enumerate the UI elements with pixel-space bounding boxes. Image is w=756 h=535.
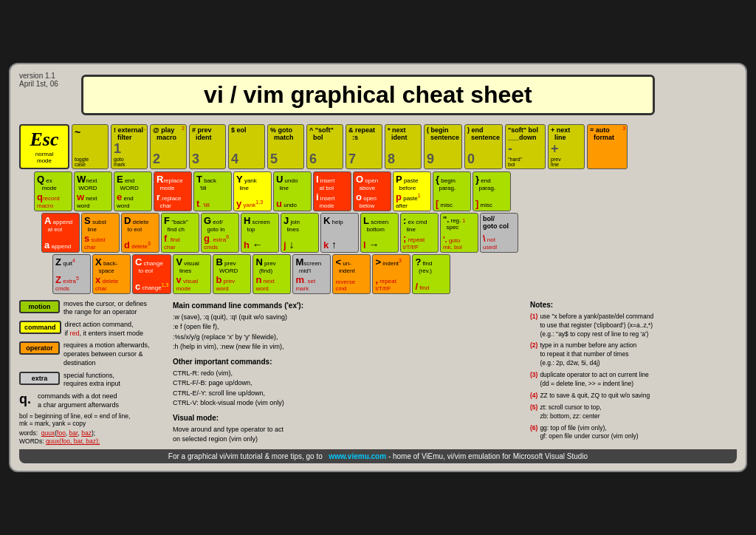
version-info: version 1.1 April 1st, 06: [19, 72, 58, 88]
ctrl-v: CTRL-V: block-visual mode (vim only): [173, 398, 524, 409]
ctrl-r: CTRL-R: redo (vim),: [173, 369, 524, 379]
quote-key: ". reg. 1 spec '. gotomk. bol: [440, 213, 478, 253]
note-6: (6) gg: top of file (vim only),gf: open …: [530, 424, 737, 442]
M-key: Mscreen mid'l m. setmark: [292, 254, 331, 294]
bracket-close-key: } end parag. ] misc: [472, 171, 511, 211]
5-key: % goto match 5: [267, 124, 304, 169]
minus-key: "soft" bol___down - "hard"bol: [505, 124, 546, 169]
notes-section: Notes: (1) use "x before a yank/paste/de…: [530, 300, 737, 446]
bracket-open-key: { begin parag. [ misc: [433, 171, 471, 211]
date-text: April 1st, 06: [19, 80, 58, 88]
B-key: B prev WORD b prevword: [213, 254, 251, 294]
O-key: O open above o open below: [353, 171, 391, 211]
dot-symbol: q.: [19, 392, 34, 406]
bol-text: bol = beginning of line, eol = end of li…: [19, 412, 167, 427]
motion-badge: motion: [19, 300, 60, 313]
note-4: (4) ZZ to save & quit, ZQ to quit w/o sa…: [530, 392, 737, 401]
9-key: ( begin sentence 9: [424, 124, 462, 169]
Y-key: Y yank line y yank1,3: [233, 171, 272, 211]
W-key: Wnext WORD w nextword: [74, 171, 112, 211]
G-key: G eof/ goto ln g. extra6cmds: [201, 213, 239, 253]
footer-url: www.viemu.com: [329, 452, 386, 460]
esc-label: Esc: [30, 129, 59, 151]
backslash-key: bol/goto col \ notused!: [480, 213, 518, 253]
words-example2: WORDs: quux(foo, bar, baz);: [19, 437, 167, 445]
extra-desc: special functions,requires extra input: [63, 372, 120, 389]
3-key: # prev ident 3: [189, 124, 226, 169]
0-key: ) end sentence 0: [464, 124, 503, 169]
Z-key: Z quit4 Z extra5cmds: [52, 254, 91, 294]
F-key: F "back" find ch f. findchar: [161, 213, 199, 253]
legend-section: motion moves the cursor, or definesthe r…: [19, 300, 167, 446]
extra-badge: extra: [19, 372, 60, 385]
note-2: (2) type in a number before any actionto…: [530, 341, 737, 368]
notes-title: Notes:: [530, 300, 737, 310]
equals-key: = auto format 3: [587, 124, 628, 169]
V-key: V visual lines v visualmode: [173, 254, 211, 294]
main-commands-section: Main command line commands ('ex'): :w (s…: [173, 300, 524, 446]
I-key: I insert at bol i insert mode: [313, 171, 351, 211]
note-3: (3) duplicate operator to act on current…: [530, 371, 737, 389]
2-key: @ play macro 2 2: [150, 124, 187, 169]
R-key: Rreplace mode r.replace char: [154, 171, 192, 211]
title-box: vi / vim graphical cheat sheet: [81, 75, 656, 115]
plus-key: + next line + prevline: [548, 124, 585, 169]
7-key: & repeat :s 7: [346, 124, 382, 169]
J-key: J join lines j ↓: [281, 213, 319, 253]
tilde-key: ~ togglecase: [72, 124, 109, 169]
lt-key: < un- indent reversecmd: [332, 254, 371, 294]
ctrl-ey: CTRL-E/-Y: scroll line up/down,: [173, 389, 524, 399]
8-key: * next ident 8: [385, 124, 422, 169]
T-key: T back 'till t. 'till: [193, 171, 232, 211]
esc-mode: normalmode: [35, 151, 53, 164]
S-key: S subst line s substchar: [81, 213, 120, 253]
4-key: $ eol 4: [228, 124, 265, 169]
1-key: ! external filter 1 gotomark .: [111, 124, 148, 169]
footer-suffix: - home of ViEmu, vi/vim emulation for Mi…: [388, 452, 588, 460]
H-key: H screen top h ←: [241, 213, 279, 253]
visual-desc: Move around and type operator to acton s…: [173, 425, 524, 445]
other-cmd-title: Other important commands:: [173, 356, 524, 367]
P-key: P paste before p paste1after: [393, 171, 431, 211]
command-badge: command: [19, 321, 61, 334]
main-cmd-title: Main command line commands ('ex'):: [173, 300, 524, 311]
page-title: vi / vim graphical cheat sheet: [98, 81, 639, 109]
command-desc: direct action command,if red, it enters …: [65, 321, 144, 338]
U-key: U undo line u undo: [273, 171, 312, 211]
cheatsheet: version 1.1 April 1st, 06 vi / vim graph…: [9, 63, 747, 473]
motion-desc: moves the cursor, or definesthe range fo…: [63, 300, 147, 317]
Q-key: Q ex mode qrecordmacro: [34, 171, 72, 211]
words-example: words: quux(foo, bar, baz);: [19, 429, 167, 437]
N-key: N prev (find) n nextword: [252, 254, 291, 294]
esc-key: Esc normalmode: [19, 124, 69, 169]
ctrl-fb: CTRL-F/-B: page up/down,: [173, 378, 524, 389]
note-1: (1) use "x before a yank/paste/del comma…: [530, 313, 737, 339]
main-cmd-h: :h (help in vim), :new (new file in vim)…: [173, 342, 524, 352]
E-key: E end WORD e endword: [114, 171, 152, 211]
version-text: version 1.1: [19, 72, 58, 80]
D-key: D delete to eol d delete3: [121, 213, 159, 253]
L-key: L screen bottom l →: [360, 213, 399, 253]
main-cmd-s: :%s/x/y/g (replace 'x' by 'y' filewide),: [173, 333, 524, 343]
footer-text: For a graphical vi/vim tutorial & more t…: [168, 452, 323, 460]
C-key: C change to eol c change1,3: [132, 254, 171, 294]
semicolon-key: : ex cmd line ; repeatt/T/f/F: [400, 213, 439, 253]
6-key: ^ "soft" bol 6: [306, 124, 343, 169]
note-5: (5) zt: scroll cursor to top,zb: bottom,…: [530, 403, 737, 421]
gt-key: > indent3 , repeatt/T/f/F: [372, 254, 410, 294]
X-key: X back- space x deletechar: [92, 254, 131, 294]
main-cmd-e: :e f (open file f),: [173, 322, 524, 333]
visual-title: Visual mode:: [173, 412, 524, 423]
A-key: A append at eol a append: [41, 213, 80, 253]
operator-desc: requires a motion afterwards,operates be…: [63, 341, 150, 367]
operator-badge: operator: [19, 341, 60, 355]
main-cmd-w: :w (save), :q (quit), :q! (quit w/o savi…: [173, 313, 524, 323]
question-key: ? find (rev.) / find: [412, 254, 450, 294]
K-key: K help k ↑: [320, 213, 359, 253]
footer: For a graphical vi/vim tutorial & more t…: [19, 449, 737, 463]
dot-desc: commands with a dot needa char argument …: [38, 392, 119, 409]
